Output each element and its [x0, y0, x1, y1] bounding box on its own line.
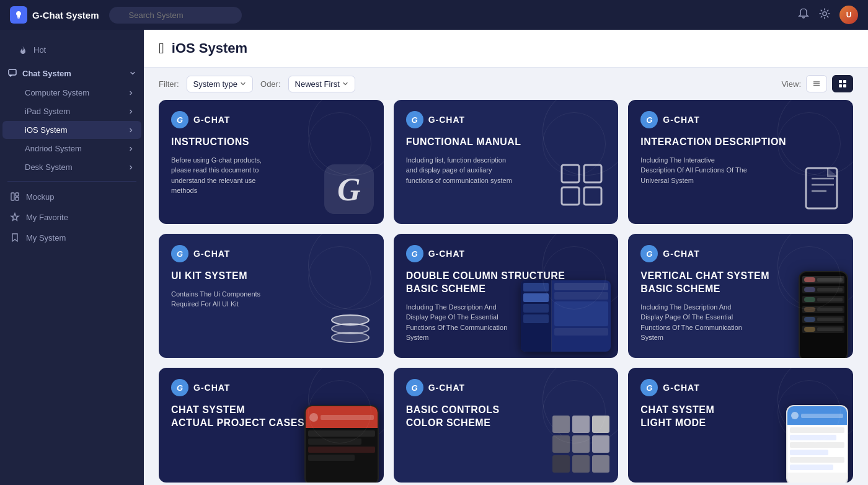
- card-desc: Including The Description And Display Pa…: [640, 302, 750, 343]
- sidebar-item-desk-system[interactable]: Desk System: [2, 158, 141, 176]
- settings-icon[interactable]: [818, 7, 831, 23]
- card-desc: Including list, function description and…: [406, 155, 516, 186]
- sidebar-top-section: Hot: [0, 36, 144, 63]
- card-color-scheme[interactable]: G G-CHAT BASIC CONTROLS COLOR SCHEME: [394, 368, 619, 483]
- sidebar-item-favorite[interactable]: My Favorite: [2, 207, 141, 227]
- card-instructions[interactable]: G G-CHAT INSTRUCTIONS Before using G-cha…: [159, 100, 384, 224]
- app-logo[interactable]: G-Chat System: [10, 6, 99, 24]
- sidebar-item-android-system[interactable]: Andriod System: [2, 140, 141, 158]
- search-input[interactable]: [109, 7, 242, 24]
- card-interaction[interactable]: G G-CHAT INTERACTION DESCRIPTION Includi…: [628, 100, 853, 224]
- avatar[interactable]: U: [839, 6, 858, 24]
- topnav-right: U: [797, 6, 858, 24]
- chevron-right-icon: [128, 109, 134, 115]
- cards-grid: G G-CHAT INSTRUCTIONS Before using G-cha…: [144, 100, 868, 485]
- chat-icon: [7, 68, 17, 78]
- card-brand: G G-CHAT: [171, 379, 371, 396]
- g-chat-icon: G: [640, 379, 658, 396]
- app-name: G-Chat System: [32, 10, 99, 20]
- svg-rect-3: [9, 69, 16, 75]
- card-brand-name: G-CHAT: [193, 383, 230, 393]
- card-functional-manual[interactable]: G G-CHAT FUNCTIONAL MANUAL Including lis…: [394, 100, 619, 224]
- card-brand: G G-CHAT: [640, 245, 841, 262]
- card-chat-actual-cases[interactable]: G G-CHAT CHAT SYSTEM ACTUAL PROJECT CASE…: [159, 368, 384, 483]
- g-chat-icon: G: [406, 245, 423, 262]
- card-brand-name: G-CHAT: [663, 249, 699, 259]
- g-chat-icon: G: [171, 245, 188, 262]
- g-chat-icon: G: [171, 111, 188, 128]
- layout-icon: [10, 192, 20, 202]
- card-title: FUNCTIONAL MANUAL: [406, 136, 606, 149]
- card-title: VERTICAL CHAT SYSTEM BASIC SCHEME: [640, 270, 841, 296]
- card-vertical-chat[interactable]: G G-CHAT VERTICAL CHAT SYSTEM BASIC SCHE…: [628, 234, 853, 358]
- order-label: Oder:: [260, 79, 281, 89]
- grid-view-button[interactable]: [832, 75, 853, 92]
- card-ui-kit[interactable]: G G-CHAT UI KIT SYSTEM Contains The Ui C…: [159, 234, 384, 358]
- main-content:  iOS System Filter: System type Oder: N…: [144, 30, 868, 485]
- page-header:  iOS System: [144, 30, 868, 68]
- card-brand-name: G-CHAT: [428, 249, 465, 259]
- card-icon-area: [803, 165, 843, 214]
- card-brand-name: G-CHAT: [428, 383, 465, 393]
- card-icon-area: [327, 305, 374, 348]
- svg-rect-6: [16, 197, 19, 200]
- card-brand-name: G-CHAT: [663, 115, 699, 125]
- chevron-right-icon: [128, 146, 134, 152]
- g-chat-icon: G: [406, 379, 423, 396]
- view-toggle: View:: [781, 75, 853, 92]
- chevron-right-icon: [128, 164, 134, 171]
- card-brand-name: G-CHAT: [663, 383, 699, 393]
- card-title: CHAT SYSTEM ACTUAL PROJECT CASES: [171, 404, 371, 430]
- page-title: iOS System: [172, 40, 247, 56]
- card-icon-area: [559, 162, 608, 214]
- card-title: UI KIT SYSTEM: [171, 270, 371, 283]
- chevron-down-icon: [129, 69, 136, 77]
- star-icon: [10, 212, 20, 222]
- card-title: DOUBLE COLUMN STRUCTURE BASIC SCHEME: [406, 270, 606, 296]
- notification-icon[interactable]: [797, 7, 810, 23]
- sidebar-divider: [7, 181, 136, 182]
- view-label: View:: [781, 79, 801, 89]
- g-chat-icon: G: [171, 379, 188, 396]
- card-icon-area: G: [324, 164, 374, 214]
- hot-label: Hot: [33, 45, 46, 55]
- svg-rect-14: [562, 165, 579, 182]
- search-wrapper: [109, 7, 295, 24]
- sidebar-item-mockup[interactable]: Mockup: [2, 187, 141, 207]
- card-brand: G G-CHAT: [171, 111, 371, 128]
- grid-icon: [838, 79, 848, 89]
- card-brand-name: G-CHAT: [193, 249, 230, 259]
- card-desc: Before using G-chat products, please rea…: [171, 155, 281, 196]
- card-light-mode[interactable]: G G-CHAT CHAT SYSTEM LIGHT MODE: [628, 368, 853, 483]
- svg-rect-17: [584, 187, 601, 205]
- chevron-right-icon: [128, 127, 134, 133]
- sidebar-item-computer-system[interactable]: Computer System: [2, 84, 141, 102]
- sidebar-item-my-system[interactable]: My System: [2, 228, 141, 247]
- card-title: INSTRUCTIONS: [171, 136, 371, 149]
- card-double-column[interactable]: G G-CHAT DOUBLE COLUMN STRUCTURE BASIC S…: [394, 234, 619, 358]
- filter-bar: Filter: System type Oder: Newest First V…: [144, 68, 868, 100]
- card-title: INTERACTION DESCRIPTION: [640, 136, 841, 149]
- svg-point-2: [823, 12, 826, 16]
- svg-rect-15: [584, 165, 601, 182]
- chevron-down-icon: [240, 81, 246, 87]
- card-brand: G G-CHAT: [406, 111, 606, 128]
- sidebar-item-ios-system[interactable]: iOS System: [2, 121, 141, 139]
- card-desc: Including The Description And Display Pa…: [406, 302, 516, 343]
- sidebar: Hot Chat System Computer System iPad Sys…: [0, 30, 144, 485]
- card-brand: G G-CHAT: [640, 111, 841, 128]
- sidebar-item-hot[interactable]: Hot: [10, 40, 134, 60]
- sidebar-chat-system-group[interactable]: Chat System: [0, 63, 144, 83]
- list-icon: [812, 79, 822, 89]
- filter-order-select[interactable]: Newest First: [288, 76, 355, 92]
- sidebar-item-ipad-system[interactable]: iPad System: [2, 102, 141, 120]
- svg-rect-10: [839, 80, 842, 83]
- hot-icon: [17, 45, 27, 55]
- list-view-button[interactable]: [806, 75, 827, 92]
- chevron-right-icon: [128, 90, 134, 96]
- filter-type-select[interactable]: System type: [187, 76, 254, 92]
- topnav: G-Chat System U: [0, 0, 868, 30]
- card-brand: G G-CHAT: [640, 379, 841, 396]
- card-desc: Contains The Ui Components Required For …: [171, 289, 281, 309]
- svg-rect-5: [16, 193, 19, 196]
